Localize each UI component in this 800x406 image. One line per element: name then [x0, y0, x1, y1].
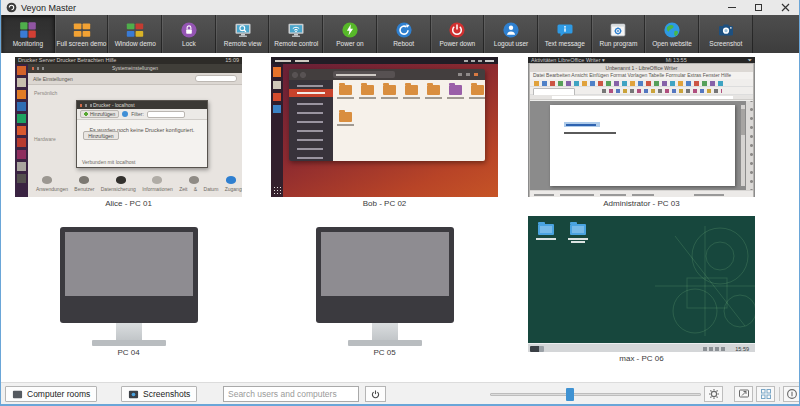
- folder-icon: [361, 85, 374, 95]
- titlebar: Veyon Master: [1, 0, 799, 15]
- grid-align-button[interactable]: [756, 386, 775, 402]
- alice-dialog-status: Verbunden mit localhost: [82, 159, 135, 165]
- toolbar-button-screenshot[interactable]: Screenshot: [699, 15, 753, 53]
- folder-icon: [427, 85, 440, 95]
- about-button[interactable]: [783, 386, 800, 402]
- folder-grid-row: [339, 85, 484, 95]
- computer-thumbnail-administrator[interactable]: Aktivitäten LibreOffice Writer ▾ Mi 13:5…: [528, 57, 755, 208]
- fullscreen-demo-icon: [73, 21, 91, 39]
- computer-label: Administrator - PC 03: [528, 199, 755, 208]
- toolbar-button-monitoring[interactable]: Monitoring: [1, 15, 55, 53]
- toolbar-button-logout-user[interactable]: Logout user: [484, 15, 538, 53]
- filter-label: Filter:: [131, 111, 144, 117]
- toolbar-button-reboot[interactable]: Reboot: [377, 15, 431, 53]
- screenshots-button[interactable]: Screenshots: [121, 386, 197, 402]
- toolbar-button-lock[interactable]: Lock: [162, 15, 216, 53]
- computer-thumbnail-bob[interactable]: Bob - PC 02: [271, 57, 498, 208]
- alice-printer-dialog: Drucker - localhost Hinzufügen Filter: E…: [76, 100, 208, 168]
- toolbar-button-label: Window demo: [115, 40, 156, 47]
- adjust-size-button[interactable]: [704, 386, 723, 402]
- folder-label-bar: [571, 241, 585, 243]
- lock-icon: [180, 21, 198, 39]
- logout-user-icon: [502, 21, 520, 39]
- powered-on-filter-button[interactable]: [365, 386, 386, 402]
- remote-view-icon: [234, 21, 252, 39]
- toolbar-button-fullscreen-demo[interactable]: Full screen demo: [55, 15, 109, 53]
- alice-settings-search: [195, 75, 237, 82]
- system-tray-icons: [703, 347, 725, 351]
- bob-topbar: [271, 57, 498, 64]
- toolbar-spacer: [753, 15, 799, 53]
- power-down-icon: [448, 21, 466, 39]
- plus-icon: [84, 112, 88, 116]
- toolbar-button-open-website[interactable]: Open website: [645, 15, 699, 53]
- toolbar-button-label: Reboot: [393, 40, 414, 47]
- folder-icon: [339, 85, 352, 95]
- alice-dialog-add-button: Hinzufügen: [83, 131, 119, 140]
- toolbar-button-power-down[interactable]: Power down: [431, 15, 485, 53]
- max-screen-preview: 15:59: [528, 216, 755, 352]
- statusbar-separator: [779, 387, 780, 401]
- refresh-icon[interactable]: [122, 111, 128, 117]
- toolbar-button-power-on[interactable]: Power on: [323, 15, 377, 53]
- bob-dock: [271, 64, 283, 197]
- folder-icon: [405, 85, 418, 95]
- document-scrollbar: [741, 105, 745, 186]
- toolbar-button-label: Remote view: [224, 40, 262, 47]
- toolbar-button-label: Power on: [336, 40, 363, 47]
- alice-settings-titlebar: Systemeinstellungen: [28, 64, 242, 73]
- computer-thumbnail-max[interactable]: 15:59 max - PC 06: [528, 216, 755, 363]
- app-logo-icon: [6, 2, 17, 13]
- computer-monitoring-grid: Drucker Server Drucker Betrachten Hilfe …: [1, 53, 799, 382]
- window-buttons-icon: [457, 72, 481, 77]
- toolbar-button-remote-view[interactable]: Remote view: [216, 15, 270, 53]
- libreoffice-titlebar: Unbenannt 1 - LibreOffice Writer: [530, 64, 753, 72]
- close-button[interactable]: [772, 0, 799, 15]
- toolbar-button-window-demo[interactable]: Window demo: [108, 15, 162, 53]
- offline-monitor-icon: [315, 227, 455, 346]
- auto-fit-icon: [738, 388, 750, 400]
- max-clock: 15:59: [735, 346, 749, 352]
- alice-section-personal: Persönlich: [34, 90, 57, 96]
- alice-dialog-search: [147, 111, 185, 118]
- libreoffice-menubar: Datei Bearbeiten Ansicht Einfügen Format…: [530, 72, 753, 79]
- libreoffice-toolbar-1: [530, 79, 753, 87]
- toolbar-button-text-message[interactable]: Text message: [538, 15, 592, 53]
- thumbnail-size-slider[interactable]: [490, 393, 701, 396]
- maximize-button[interactable]: [745, 0, 772, 15]
- minimize-button[interactable]: [718, 0, 745, 15]
- toolbar-button-remote-control[interactable]: Remote control: [269, 15, 323, 53]
- auto-fit-button[interactable]: [734, 386, 753, 402]
- power-filter-icon: [370, 389, 381, 400]
- toolbar-button-label: Logout user: [494, 40, 528, 47]
- blueprint-wallpaper-pattern: [635, 216, 755, 344]
- alice-dialog-toolbar: Hinzufügen Filter:: [77, 109, 207, 120]
- screenshots-icon: [128, 389, 139, 400]
- alice-system-icon-row: [42, 176, 236, 184]
- sidebar-selected-item: [289, 89, 333, 97]
- document-text-line: [564, 132, 616, 134]
- grid-layout-icon: [760, 388, 772, 400]
- remote-control-icon: [287, 21, 305, 39]
- computer-thumbnail-pc04[interactable]: PC 04: [15, 212, 242, 357]
- alice-screen-preview: Drucker Server Drucker Betrachten Hilfe …: [15, 57, 242, 197]
- alice-menubar: Drucker Server Drucker Betrachten Hilfe …: [15, 57, 242, 64]
- app-grid-icon: [273, 186, 281, 194]
- add-printer-button[interactable]: Hinzufügen: [80, 110, 119, 118]
- statusbar: Computer rooms Screenshots: [1, 382, 799, 404]
- bob-screen-preview: [271, 57, 498, 197]
- toolbar-button-run-program[interactable]: Run program: [592, 15, 646, 53]
- computer-thumbnail-alice[interactable]: Drucker Server Drucker Betrachten Hilfe …: [15, 57, 242, 208]
- libreoffice-window: Unbenannt 1 - LibreOffice Writer Datei B…: [529, 63, 754, 197]
- search-input[interactable]: [223, 386, 359, 402]
- toolbar-button-label: Power down: [439, 40, 475, 47]
- bob-files-sidebar: [289, 80, 333, 161]
- slider-handle[interactable]: [566, 388, 574, 401]
- computer-rooms-button[interactable]: Computer rooms: [5, 386, 97, 402]
- open-website-icon: [663, 21, 681, 39]
- bob-files-content: [333, 80, 485, 161]
- veyon-master-window: Veyon Master Monitoring Full screen demo: [0, 0, 800, 406]
- close-icon: [781, 3, 790, 12]
- libreoffice-statusbar: [530, 190, 753, 197]
- computer-thumbnail-pc05[interactable]: PC 05: [271, 212, 498, 357]
